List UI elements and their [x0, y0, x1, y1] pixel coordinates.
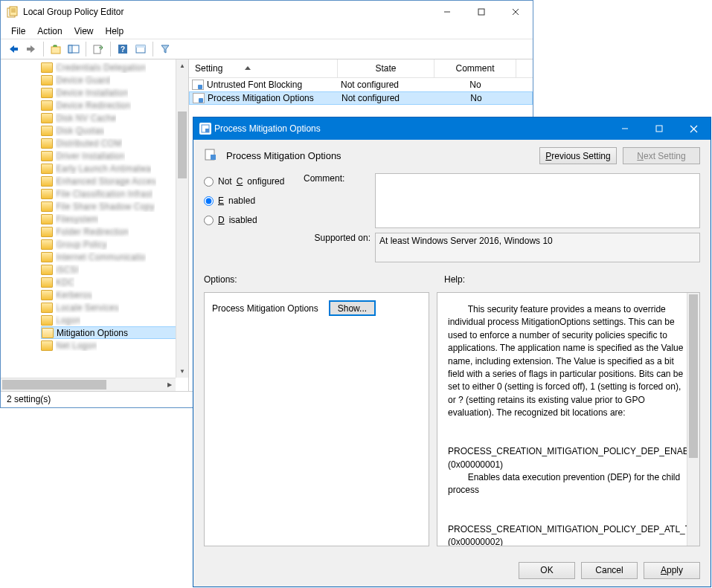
tree-item[interactable]: File Classification Infrast — [41, 187, 188, 200]
titlebar[interactable]: Local Group Policy Editor — [1, 1, 533, 23]
menu-file[interactable]: File — [5, 25, 31, 38]
tree-item[interactable]: Locale Services — [41, 301, 188, 314]
forward-button[interactable] — [23, 41, 39, 57]
tree-item[interactable]: Group Policy — [41, 238, 188, 251]
tree-item[interactable]: Folder Redirection — [41, 225, 188, 238]
options-panel: Process Mitigation Options Show... — [204, 292, 429, 546]
dialog-heading: Process Mitigation Options — [223, 150, 533, 161]
tree-hscrollbar[interactable]: ◀▶ — [1, 378, 176, 391]
tree-item[interactable]: Credentials Delegation — [41, 61, 188, 74]
svg-rect-1 — [10, 7, 17, 16]
col-comment[interactable]: Comment — [434, 59, 516, 77]
table-row[interactable]: Untrusted Font BlockingNot configuredNo — [189, 78, 533, 91]
tree-item[interactable]: Device Installation — [41, 86, 188, 99]
tree-item[interactable]: Disk Quotas — [41, 124, 188, 137]
toolbar: ? — [1, 39, 533, 59]
apply-button[interactable]: Apply — [644, 562, 700, 579]
svg-rect-10 — [27, 48, 31, 51]
col-setting[interactable]: Setting — [189, 59, 338, 77]
options-label: Options: — [204, 274, 429, 285]
menu-view[interactable]: View — [68, 25, 100, 38]
dialog-heading-icon — [204, 148, 217, 164]
supported-field — [375, 233, 700, 262]
dialog-titlebar[interactable]: Process Mitigation Options — [193, 117, 711, 140]
table-row[interactable]: Process Mitigation OptionsNot configured… — [189, 91, 533, 105]
show-button[interactable]: Show... — [329, 300, 376, 316]
app-icon — [7, 6, 19, 18]
radio-disabled[interactable]: Disabled — [204, 215, 295, 225]
svg-rect-18 — [136, 45, 145, 48]
maximize-button[interactable] — [464, 1, 498, 23]
svg-rect-6 — [478, 9, 484, 15]
tree-item[interactable]: Driver Installation — [41, 149, 188, 162]
close-button[interactable] — [498, 1, 533, 23]
dialog-maximize-button[interactable] — [642, 117, 676, 140]
tree-pane: Credentials DelegationDevice GuardDevice… — [1, 59, 189, 391]
tree-item[interactable]: Kerberos — [41, 288, 188, 301]
dialog-close-button[interactable] — [676, 117, 711, 140]
supported-label: Supported on: — [304, 233, 371, 243]
tree-item[interactable]: KDC — [41, 276, 188, 288]
tree-item[interactable]: Distributed COM — [41, 137, 188, 149]
menu-action[interactable]: Action — [31, 25, 68, 38]
dialog-title: Process Mitigation Options — [211, 123, 608, 134]
help-panel: This security feature provides a means t… — [437, 292, 700, 546]
tree-item[interactable]: Internet Communicatio — [41, 251, 188, 263]
minimize-button[interactable] — [430, 1, 464, 23]
tree-item[interactable]: Disk NV Cache — [41, 112, 188, 124]
previous-setting-button[interactable]: Previous Setting — [539, 147, 617, 164]
help-text: This security feature provides a means t… — [448, 303, 686, 546]
radio-not-configured[interactable]: Not Configured — [204, 176, 295, 187]
comment-field[interactable] — [375, 173, 700, 228]
svg-rect-22 — [656, 126, 662, 132]
svg-rect-9 — [13, 48, 18, 51]
properties-button[interactable] — [132, 41, 149, 57]
menubar: File Action View Help — [1, 23, 533, 39]
ok-button[interactable]: OK — [519, 562, 575, 579]
cancel-button[interactable]: Cancel — [581, 562, 638, 579]
dialog-icon — [199, 123, 211, 135]
tree-item[interactable]: Device Redirection — [41, 99, 188, 112]
up-button[interactable] — [48, 41, 64, 57]
col-state[interactable]: State — [338, 59, 434, 77]
help-label: Help: — [444, 274, 700, 285]
svg-rect-26 — [211, 155, 216, 160]
dialog-minimize-button[interactable] — [608, 117, 642, 140]
tree-item[interactable]: Enhanced Storage Acces — [41, 175, 188, 187]
tree-item-mitigation-options[interactable]: Mitigation Options — [41, 326, 188, 339]
radio-enabled[interactable]: Enabled — [204, 196, 295, 206]
tree-item[interactable]: Net Logon — [41, 339, 188, 352]
export-button[interactable] — [90, 41, 106, 57]
policy-dialog: Process Mitigation Options Process Mitig… — [193, 117, 711, 587]
next-setting-button[interactable]: Next Setting — [623, 147, 700, 164]
svg-rect-11 — [51, 47, 60, 54]
svg-rect-13 — [68, 45, 72, 53]
option-line-label: Process Mitigation Options — [212, 303, 318, 314]
tree-item[interactable]: iSCSI — [41, 263, 188, 276]
comment-label: Comment: — [304, 173, 371, 184]
help-vscrollbar[interactable] — [687, 293, 699, 546]
tree-item[interactable]: File Share Shadow Copy — [41, 200, 188, 213]
show-hide-tree-button[interactable] — [65, 41, 82, 57]
svg-rect-20 — [205, 129, 209, 132]
window-title: Local Group Policy Editor — [23, 7, 430, 17]
filter-button[interactable] — [157, 41, 173, 57]
svg-rect-14 — [94, 45, 100, 54]
tree-item[interactable]: Early Launch Antimalwa — [41, 162, 188, 175]
help-icon[interactable]: ? — [115, 41, 131, 57]
tree-item[interactable]: Logon — [41, 314, 188, 326]
tree-vscrollbar[interactable]: ▲▼ — [176, 59, 188, 378]
back-button[interactable] — [5, 41, 22, 57]
svg-text:?: ? — [121, 45, 125, 54]
tree-item[interactable]: Device Guard — [41, 74, 188, 86]
menu-help[interactable]: Help — [100, 25, 130, 38]
tree-item[interactable]: Filesystem — [41, 213, 188, 225]
